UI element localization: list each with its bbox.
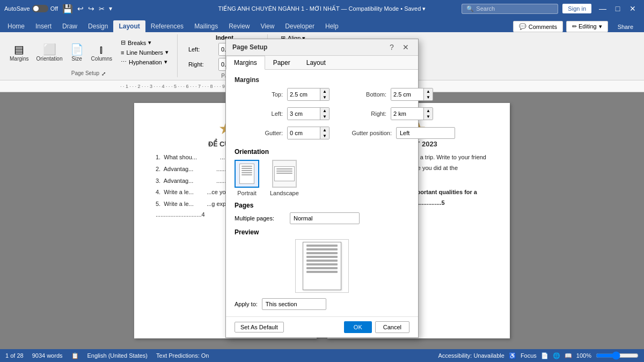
apply-select-wrap[interactable]: This section This point forward Whole do… (262, 298, 326, 310)
breaks-icon: ⊟ (121, 39, 126, 46)
zoom-slider[interactable] (596, 351, 639, 360)
undo-icon[interactable]: ↩ (77, 4, 84, 13)
minimize-button[interactable]: — (596, 3, 610, 14)
margins-section-label: Margins (235, 76, 409, 84)
customize-icon[interactable]: ▾ (109, 5, 112, 12)
gutter-spinner[interactable]: ▲▼ (287, 127, 330, 139)
right-spinner[interactable]: ▲▼ (391, 107, 433, 120)
right-field-row: Right: ▲▼ (338, 107, 433, 120)
dialog-close-button[interactable]: ✕ (400, 42, 412, 52)
gutter-up[interactable]: ▲ (320, 127, 329, 133)
portrait-option[interactable]: Portrait (235, 160, 259, 196)
gutter-down[interactable]: ▼ (320, 133, 329, 139)
apply-label: Apply to: (235, 301, 258, 307)
ok-button[interactable]: OK (344, 321, 372, 333)
left-down[interactable]: ▼ (320, 114, 329, 120)
tab-insert[interactable]: Insert (30, 20, 57, 32)
landscape-option[interactable]: Landscape (270, 160, 299, 196)
tab-help[interactable]: Help (320, 20, 344, 32)
view-mode-web[interactable]: 🌐 (553, 352, 560, 359)
preview-line (306, 271, 338, 273)
top-input[interactable] (288, 88, 320, 100)
save-icon[interactable]: 💾 (62, 4, 73, 14)
share-button[interactable]: Share (611, 21, 640, 32)
right-input[interactable] (391, 108, 423, 120)
page-setup-launcher: Page Setup ⤢ (71, 70, 106, 77)
bottom-up[interactable]: ▲ (424, 88, 433, 94)
size-button[interactable]: 📄 Size (67, 42, 87, 63)
dialog-tab-layout[interactable]: Layout (298, 56, 334, 70)
sign-in-button[interactable]: Sign in (562, 4, 591, 13)
focus-label[interactable]: Focus (521, 352, 537, 359)
right-label: Right: (338, 110, 386, 117)
tab-view[interactable]: View (255, 20, 280, 32)
close-button[interactable]: ✕ (626, 3, 640, 14)
right-up[interactable]: ▲ (424, 108, 433, 114)
tab-home[interactable]: Home (2, 20, 30, 32)
tab-references[interactable]: References (145, 20, 189, 32)
multiple-pages-select[interactable]: Normal Mirror margins 2 pages per sheet … (290, 212, 360, 224)
portrait-icon-box (235, 160, 259, 188)
left-indent-label: Left: (188, 46, 215, 53)
line-numbers-button[interactable]: ≡ Line Numbers ▾ (119, 48, 171, 56)
autosave-toggle[interactable] (32, 5, 48, 12)
bottom-spinner[interactable]: ▲▼ (391, 88, 433, 101)
top-label: Top: (235, 91, 283, 98)
autosave-knob (33, 6, 39, 11)
top-bottom-row: Top: ▲▼ Bottom: ▲▼ (235, 88, 409, 104)
editing-button[interactable]: ✏ Editing ▾ (566, 21, 608, 32)
left-up[interactable]: ▲ (320, 108, 329, 114)
tab-review[interactable]: Review (223, 20, 255, 32)
preview-page (303, 242, 341, 290)
comments-button[interactable]: 💬 Comments (513, 21, 563, 32)
dialog-title-bar: Page Setup ? ✕ (226, 39, 418, 56)
view-mode-read[interactable]: 📖 (565, 352, 572, 359)
doc-line (276, 173, 292, 174)
orientation-options: Portrait Landscape (235, 160, 409, 196)
top-field-row: Top: ▲▼ (235, 88, 330, 101)
dialog-tab-margins[interactable]: Margins (226, 56, 265, 70)
tab-layout[interactable]: Layout (113, 20, 145, 32)
dialog-footer: Set As Default OK Cancel (226, 316, 418, 337)
left-input[interactable] (288, 108, 320, 120)
right-down[interactable]: ▼ (424, 114, 433, 120)
bottom-input[interactable] (391, 88, 423, 100)
line-numbers-icon: ≡ (121, 49, 124, 56)
dialog-help-button[interactable]: ? (386, 42, 398, 52)
preview-line (306, 263, 338, 265)
status-bar: 1 of 28 9034 words 📋 English (United Sta… (0, 349, 644, 362)
columns-button[interactable]: ⫿ Columns (88, 42, 115, 63)
top-spinner[interactable]: ▲▼ (287, 88, 330, 101)
cancel-button[interactable]: Cancel (375, 321, 409, 333)
breaks-button[interactable]: ⊟ Breaks ▾ (119, 39, 171, 47)
gutter-input[interactable] (288, 127, 320, 139)
tab-mailings[interactable]: Mailings (189, 20, 223, 32)
hyphenation-button[interactable]: ⋯ Hyphenation ▾ (119, 58, 171, 66)
gutter-pos-select[interactable]: Left Top (396, 127, 455, 139)
cut-icon[interactable]: ✂ (99, 5, 105, 13)
set-default-button[interactable]: Set As Default (235, 322, 284, 333)
redo-icon[interactable]: ↪ (88, 4, 94, 13)
breaks-group: ⊟ Breaks ▾ ≡ Line Numbers ▾ ⋯ Hyphenatio… (119, 39, 171, 66)
tab-draw[interactable]: Draw (57, 20, 83, 32)
apply-select[interactable]: This section This point forward Whole do… (262, 298, 326, 310)
autosave-toggle-group[interactable]: AutoSave Off (4, 5, 58, 12)
bottom-down[interactable]: ▼ (424, 94, 433, 100)
dialog-tab-paper[interactable]: Paper (265, 56, 298, 70)
multiple-pages-select-wrap[interactable]: Normal Mirror margins 2 pages per sheet … (290, 212, 360, 224)
gutter-pos-select-wrap[interactable]: Left Top (396, 127, 455, 139)
top-up[interactable]: ▲ (320, 88, 329, 94)
left-spinner[interactable]: ▲▼ (287, 107, 330, 120)
tab-design[interactable]: Design (83, 20, 113, 32)
tab-developer[interactable]: Developer (280, 20, 320, 32)
maximize-button[interactable]: □ (611, 3, 625, 14)
view-mode-print[interactable]: 📄 (541, 352, 548, 359)
margins-button[interactable]: ▤ Margins (6, 42, 32, 63)
page-setup-dialog-launcher[interactable]: ⤢ (101, 71, 106, 77)
doc-line (241, 170, 252, 171)
orientation-button[interactable]: ⬜ Orientation (33, 42, 66, 63)
top-down[interactable]: ▼ (320, 94, 329, 100)
preview-box (295, 239, 349, 293)
orientation-section-label: Orientation (235, 148, 409, 156)
search-box[interactable]: 🔍 Search (462, 4, 558, 14)
